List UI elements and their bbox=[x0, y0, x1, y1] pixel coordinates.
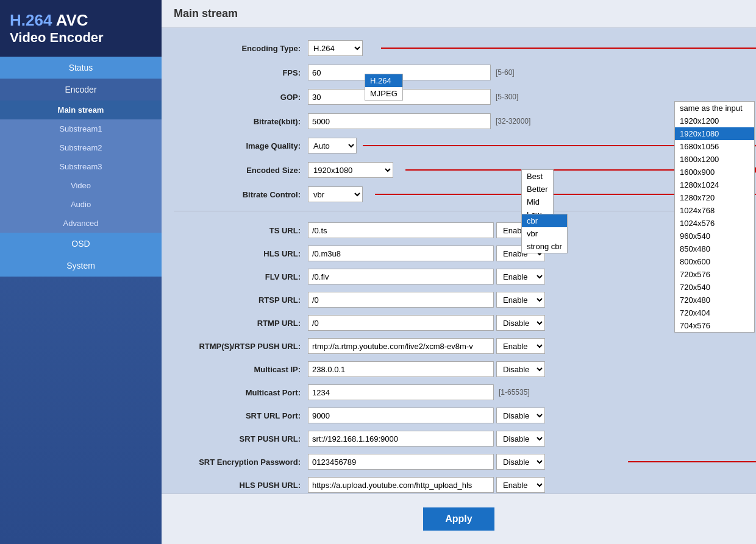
encoding-option-h264[interactable]: H.264 bbox=[365, 74, 402, 87]
form-section: Encoding Type: H.264 FPS: [5-60] GOP: [5 bbox=[174, 40, 744, 493]
bitrate-control-dropdown[interactable]: cbr vbr strong cbr bbox=[521, 214, 568, 253]
srt-push-url-input[interactable] bbox=[308, 431, 494, 447]
encoded-size-row: Encoded Size: 1920x1080 bbox=[174, 162, 744, 178]
hls-push-url-row: HLS PUSH URL: EnableDisable bbox=[174, 477, 744, 493]
apply-button[interactable]: Apply bbox=[423, 507, 494, 531]
res-720x404[interactable]: 720x404 bbox=[675, 306, 754, 319]
quality-better[interactable]: Better bbox=[522, 183, 553, 196]
rtmp-url-label: RTMP URL: bbox=[174, 319, 308, 328]
res-800x600[interactable]: 800x600 bbox=[675, 255, 754, 268]
bitrate-label: Bitrate(kbit): bbox=[174, 117, 308, 126]
res-720x540[interactable]: 720x540 bbox=[675, 281, 754, 294]
sidebar-item-substream1[interactable]: Substream1 bbox=[0, 119, 162, 138]
rtmp-enable-select[interactable]: DisableEnable bbox=[496, 315, 545, 331]
flv-url-row: FLV URL: EnableDisable bbox=[174, 269, 744, 284]
sidebar-item-substream3[interactable]: Substream3 bbox=[0, 157, 162, 176]
encoding-option-mjpeg[interactable]: MJPEG bbox=[365, 87, 402, 100]
rtmp-push-enable-select[interactable]: EnableDisable bbox=[496, 338, 545, 354]
flv-enable-select[interactable]: EnableDisable bbox=[496, 269, 545, 284]
encoding-type-select[interactable]: H.264 bbox=[308, 40, 363, 56]
bitrate-row: Bitrate(kbit): [32-32000] bbox=[174, 113, 744, 129]
ts-url-label: TS URL: bbox=[174, 226, 308, 235]
bitrate-control-select[interactable]: vbr bbox=[308, 186, 363, 202]
rtsp-url-input[interactable] bbox=[308, 292, 494, 308]
fps-hint: [5-60] bbox=[496, 68, 515, 77]
multicast-ip-input[interactable] bbox=[308, 361, 494, 377]
srt-enc-pw-row: SRT Encryption Password: DisableEnable bbox=[174, 454, 744, 470]
multicast-ip-enable-select[interactable]: DisableEnable bbox=[496, 361, 545, 377]
multicast-port-input[interactable] bbox=[308, 384, 494, 400]
fps-label: FPS: bbox=[174, 68, 308, 77]
encoded-size-select[interactable]: 1920x1080 bbox=[308, 162, 393, 178]
multicast-ip-label: Multicast IP: bbox=[174, 365, 308, 374]
res-1024x576[interactable]: 1024x576 bbox=[675, 217, 754, 230]
res-same[interactable]: same as the input bbox=[675, 102, 754, 115]
ts-url-row: TS URL: EnableDisable bbox=[174, 222, 744, 238]
encoding-type-row: Encoding Type: H.264 bbox=[174, 40, 744, 56]
hls-url-label: HLS URL: bbox=[174, 249, 308, 258]
res-720x576[interactable]: 720x576 bbox=[675, 268, 754, 281]
sidebar-item-video[interactable]: Video bbox=[0, 176, 162, 195]
quality-mid[interactable]: Mid bbox=[522, 196, 553, 208]
bitrate-cbr[interactable]: cbr bbox=[522, 214, 567, 227]
res-1680x1056[interactable]: 1680x1056 bbox=[675, 140, 754, 153]
image-quality-label: Image Quality: bbox=[174, 141, 308, 150]
bottom-bar: Apply bbox=[162, 493, 756, 544]
image-quality-select[interactable]: Auto bbox=[308, 138, 357, 154]
sidebar-item-osd[interactable]: OSD bbox=[0, 233, 162, 255]
bitrate-vbr[interactable]: vbr bbox=[522, 227, 567, 240]
sidebar-item-substream2[interactable]: Substream2 bbox=[0, 138, 162, 157]
res-640x480[interactable]: 640x480 bbox=[675, 332, 754, 333]
bitrate-strong-cbr[interactable]: strong cbr bbox=[522, 240, 567, 253]
bitrate-control-row: Bitrate Control: vbr bbox=[174, 186, 744, 202]
multicast-port-label: Multicast Port: bbox=[174, 388, 308, 397]
res-704x576[interactable]: 704x576 bbox=[675, 319, 754, 332]
rtsp-url-row: RTSP URL: EnableDisable bbox=[174, 292, 744, 308]
res-1920x1200[interactable]: 1920x1200 bbox=[675, 115, 754, 127]
sidebar-item-encoder[interactable]: Encoder bbox=[0, 79, 162, 101]
res-1920x1080[interactable]: 1920x1080 bbox=[675, 127, 754, 140]
res-1600x900[interactable]: 1600x900 bbox=[675, 166, 754, 178]
srt-enc-pw-select[interactable]: DisableEnable bbox=[496, 454, 545, 470]
ts-url-input[interactable] bbox=[308, 222, 494, 238]
res-1280x1024[interactable]: 1280x1024 bbox=[675, 178, 754, 191]
quality-best[interactable]: Best bbox=[522, 170, 553, 183]
rtmp-url-input[interactable] bbox=[308, 315, 494, 331]
sidebar-item-main-stream[interactable]: Main stream bbox=[0, 101, 162, 119]
multicast-port-row: Multicast Port: [1-65535] bbox=[174, 384, 744, 400]
srt-push-url-row: SRT PUSH URL: DisableEnable bbox=[174, 431, 744, 447]
nav: Status Encoder Main stream Substream1 Su… bbox=[0, 57, 162, 277]
res-720x480[interactable]: 720x480 bbox=[675, 294, 754, 306]
sidebar-item-advanced[interactable]: Advanced bbox=[0, 214, 162, 233]
bitrate-hint: [32-32000] bbox=[496, 117, 530, 125]
gop-hint: [5-300] bbox=[496, 93, 518, 101]
srt-push-enable-select[interactable]: DisableEnable bbox=[496, 431, 545, 447]
sidebar-item-audio[interactable]: Audio bbox=[0, 195, 162, 214]
hls-url-row: HLS URL: EnableDisable bbox=[174, 246, 744, 261]
bitrate-input[interactable] bbox=[308, 113, 491, 129]
rtsp-url-label: RTSP URL: bbox=[174, 295, 308, 305]
sidebar-item-system[interactable]: System bbox=[0, 255, 162, 277]
res-1600x1200[interactable]: 1600x1200 bbox=[675, 153, 754, 166]
fps-row: FPS: [5-60] bbox=[174, 65, 744, 80]
encoded-size-label: Encoded Size: bbox=[174, 166, 308, 175]
res-850x480[interactable]: 850x480 bbox=[675, 242, 754, 255]
gop-label: GOP: bbox=[174, 93, 308, 102]
rtmp-push-input[interactable] bbox=[308, 338, 494, 354]
resolution-dropdown[interactable]: same as the input 1920x1200 1920x1080 16… bbox=[674, 101, 755, 333]
res-1280x720[interactable]: 1280x720 bbox=[675, 191, 754, 204]
srt-enc-pw-input[interactable] bbox=[308, 454, 494, 470]
hls-push-url-input[interactable] bbox=[308, 477, 494, 493]
sidebar-item-status[interactable]: Status bbox=[0, 57, 162, 79]
hls-push-url-label: HLS PUSH URL: bbox=[174, 481, 308, 490]
arrow-enc bbox=[381, 48, 756, 49]
srt-url-port-input[interactable] bbox=[308, 408, 494, 423]
rtsp-enable-select[interactable]: EnableDisable bbox=[496, 292, 545, 308]
res-960x540[interactable]: 960x540 bbox=[675, 230, 754, 242]
hls-url-input[interactable] bbox=[308, 246, 494, 261]
srt-url-port-enable-select[interactable]: DisableEnable bbox=[496, 408, 545, 423]
hls-push-enable-select[interactable]: EnableDisable bbox=[496, 477, 545, 493]
res-1024x768[interactable]: 1024x768 bbox=[675, 204, 754, 217]
encoding-type-dropdown[interactable]: H.264 MJPEG bbox=[365, 74, 403, 101]
flv-url-input[interactable] bbox=[308, 269, 494, 284]
